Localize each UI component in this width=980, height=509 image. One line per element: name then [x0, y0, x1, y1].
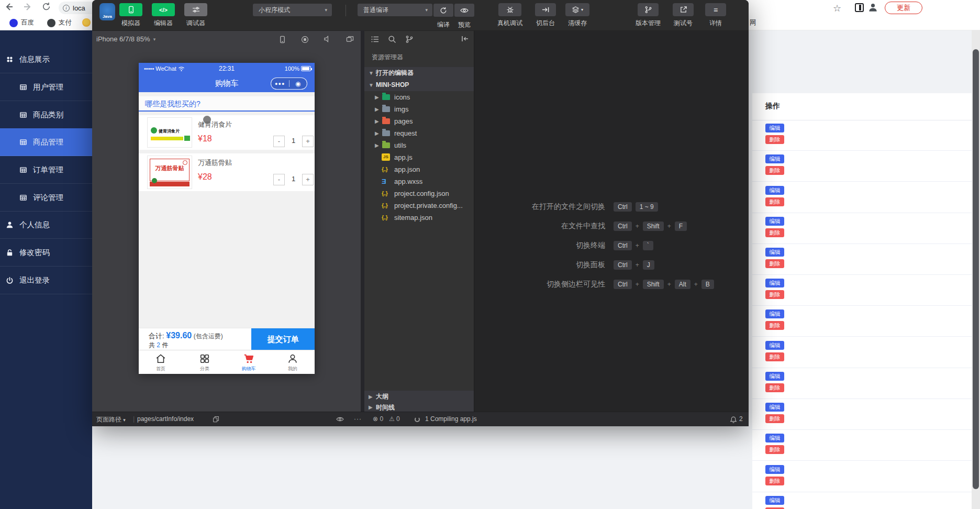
error-count[interactable]: ⊗ 0 — [373, 415, 383, 423]
multi-window-icon[interactable] — [346, 36, 354, 42]
submit-order-button[interactable]: 提交订单 — [251, 328, 315, 350]
git-branch-icon[interactable] — [405, 35, 414, 43]
bookmark-partial[interactable]: 网 — [750, 18, 756, 27]
collapse-panel-icon[interactable] — [461, 35, 469, 42]
bookmark-lion[interactable] — [82, 18, 91, 27]
compile-button[interactable] — [433, 4, 453, 17]
compile-mode-dropdown[interactable]: 普通编译 ▾ — [358, 4, 432, 16]
delete-button[interactable]: 删除 — [765, 352, 784, 361]
project-root-item[interactable]: ▼ MINI-SHOP — [364, 79, 474, 91]
edit-button[interactable]: 编辑 — [765, 154, 784, 163]
tab-cart[interactable]: 购物车 — [227, 350, 271, 374]
delete-button[interactable]: 删除 — [765, 228, 784, 237]
outline-section[interactable]: ▶ 大纲 — [364, 391, 474, 403]
sidebar-item-user-mgmt[interactable]: 用户管理 — [0, 73, 92, 101]
delete-button[interactable]: 删除 — [765, 166, 784, 175]
quantity-plus-button[interactable]: + — [302, 136, 314, 147]
delete-button[interactable]: 删除 — [765, 414, 784, 423]
sidebar-item-review-mgmt[interactable]: 评论管理 — [0, 184, 92, 212]
delete-button[interactable]: 删除 — [765, 197, 784, 206]
bookmark-star-icon[interactable]: ☆ — [831, 3, 843, 14]
speaker-icon[interactable] — [324, 36, 331, 42]
details-button[interactable]: ≡ 详情 — [700, 3, 731, 28]
device-frame-icon[interactable] — [279, 36, 286, 43]
edit-button[interactable]: 编辑 — [765, 403, 784, 412]
switch-background-button[interactable]: 切后台 — [530, 3, 561, 28]
side-panel-icon[interactable] — [855, 3, 864, 12]
remote-debug-button[interactable]: 真机调试 — [494, 3, 526, 28]
info-icon[interactable]: i — [63, 5, 70, 12]
edit-button[interactable]: 编辑 — [765, 434, 784, 442]
more-dots-icon[interactable]: ●●● — [271, 81, 289, 86]
quantity-plus-button[interactable]: + — [302, 174, 314, 185]
preview-button[interactable] — [454, 4, 474, 17]
simulator-toggle-button[interactable]: 模拟器 — [115, 3, 147, 28]
tree-folder-pages[interactable]: ▶pages — [364, 115, 474, 127]
more-dots-icon[interactable]: ··· — [354, 415, 362, 423]
tree-file-privateconfig[interactable]: {..}project.private.config... — [364, 200, 474, 212]
cart-item-row[interactable]: 健胃消食片 健胃消食片 ¥18 - 1 + — [139, 115, 315, 150]
edit-button[interactable]: 编辑 — [765, 217, 784, 226]
open-editors-section[interactable]: ▼ 打开的编辑器 — [364, 67, 474, 79]
record-icon[interactable] — [301, 36, 309, 43]
edit-button[interactable]: 编辑 — [765, 465, 784, 474]
debugger-toggle-button[interactable]: 调试器 — [180, 3, 211, 28]
scrollbar-thumb[interactable] — [973, 49, 979, 489]
delete-button[interactable]: 删除 — [765, 477, 784, 485]
exit-target-icon[interactable]: ◉ — [289, 80, 307, 87]
capsule-menu[interactable]: ●●● ◉ — [271, 78, 307, 90]
edit-button[interactable]: 编辑 — [765, 309, 784, 318]
timeline-section[interactable]: ▶ 时间线 — [364, 403, 474, 412]
sidebar-item-product-mgmt[interactable]: 商品管理 — [0, 128, 92, 156]
tree-folder-imgs[interactable]: ▶imgs — [364, 103, 474, 115]
tree-folder-utils[interactable]: ▶utils — [364, 139, 474, 151]
test-account-button[interactable]: 测试号 — [667, 3, 699, 28]
clear-cache-button[interactable]: ▾ 清缓存 — [562, 3, 593, 28]
sidebar-item-product-category[interactable]: 商品类别 — [0, 101, 92, 129]
sidebar-item-personal-info[interactable]: 个人信息 — [0, 211, 92, 239]
tree-file-sitemap[interactable]: {..}sitemap.json — [364, 212, 474, 224]
tree-file-appjson[interactable]: {..}app.json — [364, 163, 474, 175]
edit-button[interactable]: 编辑 — [765, 279, 784, 287]
delete-button[interactable]: 删除 — [765, 383, 784, 392]
browser-update-button[interactable]: 更新 — [885, 2, 922, 14]
delete-button[interactable]: 删除 — [765, 135, 784, 144]
bell-icon[interactable] — [730, 416, 737, 424]
editor-toggle-button[interactable]: </> 编辑器 — [148, 3, 179, 28]
profile-avatar-icon[interactable] — [868, 3, 879, 13]
eye-icon[interactable] — [336, 416, 344, 422]
quantity-minus-button[interactable]: - — [273, 174, 285, 185]
edit-button[interactable]: 编辑 — [765, 496, 784, 505]
list-icon[interactable] — [371, 35, 379, 43]
tree-file-appjs[interactable]: JSapp.js — [364, 151, 474, 163]
bookmark-baidu[interactable]: 百度 — [9, 18, 34, 27]
delete-button[interactable]: 删除 — [765, 290, 784, 299]
warning-count[interactable]: ⚠ 0 — [389, 415, 400, 423]
cart-item-row[interactable]: 万通筋骨贴 万通筋骨贴 ¥28 - 1 + — [139, 153, 315, 191]
device-selector[interactable]: iPhone 6/7/8 85% ▾ — [96, 35, 155, 43]
sidebar-item-order-mgmt[interactable]: 订单管理 — [0, 156, 92, 184]
tab-category[interactable]: 分类 — [183, 350, 227, 374]
tree-folder-request[interactable]: ▶request — [364, 127, 474, 139]
version-control-button[interactable]: 版本管理 — [632, 3, 664, 28]
edit-button[interactable]: 编辑 — [765, 124, 784, 132]
sidebar-item-logout[interactable]: 退出登录 — [0, 267, 92, 294]
tree-folder-icons[interactable]: ▶icons — [364, 91, 474, 103]
sidebar-item-change-password[interactable]: 修改密码 — [0, 239, 92, 267]
tree-file-projectconfig[interactable]: {..}project.config.json — [364, 187, 474, 200]
page-scrollbar[interactable] — [972, 30, 980, 509]
tab-mine[interactable]: 我的 — [271, 350, 315, 374]
refresh-icon[interactable] — [42, 2, 53, 11]
forward-icon[interactable] — [23, 2, 35, 12]
mode-dropdown[interactable]: 小程序模式 ▾ — [253, 4, 332, 16]
delete-button[interactable]: 删除 — [765, 445, 784, 454]
delete-button[interactable]: 删除 — [765, 259, 784, 268]
edit-button[interactable]: 编辑 — [765, 341, 784, 350]
delete-button[interactable]: 删除 — [765, 321, 784, 330]
page-path-dropdown[interactable]: 页面路径 ▾ — [96, 415, 126, 424]
panel-divider[interactable] — [361, 30, 364, 412]
copy-icon[interactable] — [213, 416, 219, 423]
search-icon[interactable] — [388, 35, 396, 43]
edit-button[interactable]: 编辑 — [765, 186, 784, 195]
back-icon[interactable] — [4, 2, 16, 12]
